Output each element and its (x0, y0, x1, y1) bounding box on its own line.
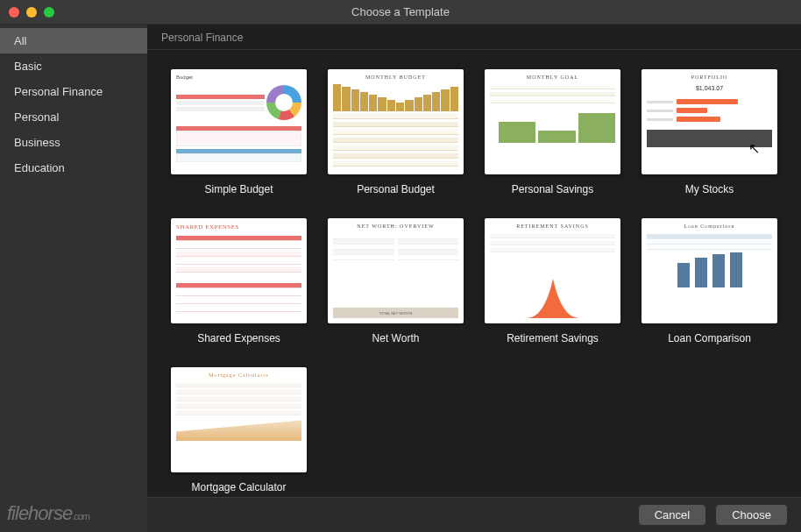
sidebar-item-business[interactable]: Business (0, 130, 147, 155)
sidebar-item-personal[interactable]: Personal (0, 104, 147, 130)
template-chooser-window: Choose a Template AllBasicPersonal Finan… (0, 0, 801, 532)
section-header: Personal Finance (147, 25, 801, 50)
template-grid-scroll[interactable]: BudgetSimple BudgetMONTHLY BUDGETPersona… (147, 50, 801, 497)
template-personal-budget[interactable]: MONTHLY BUDGETPersonal Budget (327, 69, 464, 195)
sidebar-item-all[interactable]: All (0, 28, 147, 53)
template-thumbnail[interactable]: Loan Comparison (642, 218, 777, 323)
template-thumbnail[interactable]: Budget (171, 69, 307, 174)
template-my-stocks[interactable]: PORTFOLIO↖$1,043.07My Stocks (641, 69, 778, 195)
sidebar-item-basic[interactable]: Basic (0, 53, 147, 79)
titlebar: Choose a Template (0, 0, 801, 25)
template-personal-savings[interactable]: MONTHLY GOALPersonal Savings (484, 69, 621, 195)
template-simple-budget[interactable]: BudgetSimple Budget (170, 69, 308, 195)
template-thumbnail[interactable]: PORTFOLIO↖$1,043.07 (642, 69, 777, 174)
template-shared-expenses[interactable]: SHARED EXPENSESShared Expenses (170, 218, 308, 344)
cancel-button[interactable]: Cancel (639, 505, 705, 525)
template-thumbnail[interactable]: MONTHLY GOAL (485, 69, 620, 174)
template-label: Loan Comparison (668, 332, 751, 344)
maximize-icon[interactable] (44, 7, 54, 18)
window-title: Choose a Template (0, 5, 801, 18)
template-mortgage-calculator[interactable]: Mortgage CalculatorMortgage Calculator (170, 367, 308, 493)
template-thumbnail[interactable]: MONTHLY BUDGET (328, 69, 464, 174)
template-thumbnail[interactable]: Mortgage Calculator (171, 367, 307, 472)
template-label: Simple Budget (204, 183, 273, 195)
choose-button[interactable]: Choose (716, 505, 787, 525)
minimize-icon[interactable] (26, 7, 37, 18)
sidebar-item-personal-finance[interactable]: Personal Finance (0, 79, 147, 104)
sidebar-item-education[interactable]: Education (0, 155, 147, 181)
close-icon[interactable] (9, 7, 19, 18)
template-label: Shared Expenses (197, 332, 280, 344)
main-content: Personal Finance BudgetSimple BudgetMONT… (147, 25, 801, 532)
template-label: Net Worth (372, 332, 420, 344)
template-label: Retirement Savings (507, 332, 599, 344)
template-thumbnail[interactable]: SHARED EXPENSES (171, 218, 307, 323)
template-label: My Stocks (685, 183, 734, 195)
template-label: Mortgage Calculator (191, 481, 286, 493)
template-net-worth[interactable]: NET WORTH: OVERVIEWTOTAL NET WORTHNet Wo… (327, 218, 464, 344)
template-thumbnail[interactable]: NET WORTH: OVERVIEWTOTAL NET WORTH (328, 218, 464, 323)
template-label: Personal Budget (357, 183, 435, 195)
footer: Cancel Choose (147, 497, 801, 532)
template-retirement-savings[interactable]: RETIREMENT SAVINGSRetirement Savings (484, 218, 621, 344)
template-loan-comparison[interactable]: Loan ComparisonLoan Comparison (641, 218, 778, 344)
template-label: Personal Savings (512, 183, 593, 195)
template-thumbnail[interactable]: RETIREMENT SAVINGS (485, 218, 620, 323)
sidebar: AllBasicPersonal FinancePersonalBusiness… (0, 25, 147, 532)
template-grid: BudgetSimple BudgetMONTHLY BUDGETPersona… (147, 50, 801, 497)
